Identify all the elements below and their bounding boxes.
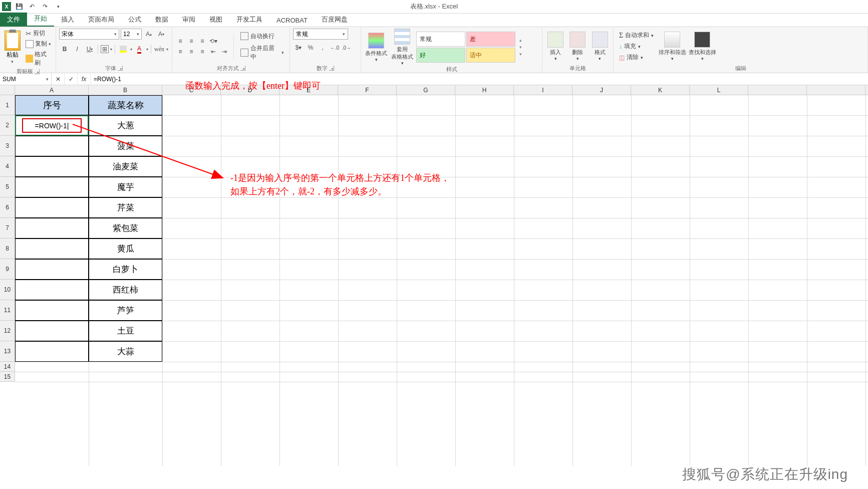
row-header[interactable]: 5 [0, 177, 15, 197]
fx-button[interactable]: fx [78, 73, 91, 85]
find-select-button[interactable]: 查找和选择▾ [688, 32, 716, 61]
decrease-decimal-button[interactable]: .0→ [341, 42, 352, 53]
font-size-select[interactable]: 12▾ [121, 29, 142, 40]
cell[interactable]: 土豆 [89, 321, 162, 341]
font-name-select[interactable]: 宋体▾ [59, 29, 119, 40]
underline-button[interactable]: U▾ [84, 44, 95, 55]
number-format-select[interactable]: 常规▾ [293, 29, 348, 40]
cell[interactable] [15, 136, 89, 156]
chevron-down-icon[interactable]: ▾ [166, 47, 168, 52]
chevron-down-icon[interactable]: ▾ [146, 47, 148, 52]
col-header[interactable]: L [690, 85, 748, 95]
col-header[interactable]: F [338, 85, 397, 95]
name-box[interactable]: SUM▾ [0, 73, 52, 85]
file-tab[interactable]: 文件 [0, 13, 27, 27]
cell[interactable] [15, 300, 89, 321]
bold-button[interactable]: B [59, 44, 70, 55]
cell[interactable]: 黄瓜 [89, 238, 162, 259]
cell[interactable]: 序号 [15, 95, 89, 115]
row-header[interactable]: 6 [0, 197, 15, 218]
cell[interactable] [15, 321, 89, 341]
qat-customize-icon[interactable]: ▾ [53, 2, 63, 12]
format-painter-button[interactable]: 格式刷 [24, 50, 53, 68]
autosum-button[interactable]: Σ自动求和▾ [617, 30, 656, 41]
ribbon-tab-5[interactable]: 审阅 [175, 13, 202, 27]
fill-color-button[interactable] [118, 44, 129, 55]
ribbon-tab-8[interactable]: ACROBAT [269, 14, 315, 27]
row-header[interactable]: 10 [0, 280, 15, 300]
align-top-button[interactable]: ≡ [175, 37, 185, 46]
gallery-up-icon[interactable]: ▴ [518, 37, 523, 44]
cell[interactable] [15, 218, 89, 238]
ribbon-tab-0[interactable]: 开始 [27, 12, 54, 27]
row-header[interactable]: 7 [0, 218, 15, 238]
col-header[interactable]: K [631, 85, 690, 95]
col-header[interactable]: B [89, 85, 162, 95]
cell[interactable]: 大蒜 [89, 341, 162, 362]
align-bottom-button[interactable]: ≡ [197, 37, 207, 46]
chevron-down-icon[interactable]: ▾ [110, 47, 112, 52]
cell[interactable]: 菠菜 [89, 136, 162, 156]
cancel-formula-button[interactable]: ✕ [52, 73, 65, 85]
format-as-table-button[interactable]: 套用 表格格式▾ [390, 29, 414, 66]
style-neutral[interactable]: 适中 [466, 48, 515, 63]
row-header[interactable]: 3 [0, 136, 15, 156]
cell[interactable] [15, 259, 89, 280]
row-header[interactable]: 9 [0, 259, 15, 280]
cell[interactable] [15, 238, 89, 259]
cell[interactable] [15, 197, 89, 218]
number-launcher[interactable] [329, 66, 334, 71]
redo-icon[interactable]: ↷ [40, 2, 50, 12]
style-bad[interactable]: 差 [466, 32, 515, 47]
align-left-button[interactable]: ≡ [175, 47, 185, 56]
cell[interactable] [15, 341, 89, 362]
italic-button[interactable]: I [72, 44, 83, 55]
format-cells-button[interactable]: 格式▾ [590, 32, 610, 61]
phonetic-button[interactable]: wén [154, 44, 165, 55]
cell[interactable]: 白萝卜 [89, 259, 162, 280]
decrease-indent-button[interactable]: ⇤ [208, 47, 218, 56]
font-launcher[interactable] [118, 66, 123, 71]
clear-button[interactable]: ◫清除▾ [617, 52, 656, 63]
col-header[interactable] [865, 85, 868, 95]
row-header[interactable]: 8 [0, 238, 15, 259]
sort-filter-button[interactable]: 排序和筛选▾ [658, 32, 686, 61]
cell[interactable] [15, 280, 89, 300]
spreadsheet-grid[interactable]: ABCDEFGHIJKL 123456789101112131415 序号蔬菜名… [0, 85, 868, 466]
align-center-button[interactable]: ≡ [186, 47, 196, 56]
cell[interactable] [15, 156, 89, 177]
copy-button[interactable]: 复制▾ [24, 39, 53, 49]
cell[interactable] [15, 177, 89, 197]
cut-button[interactable]: ✂剪切 [24, 29, 53, 38]
ribbon-tab-9[interactable]: 百度网盘 [315, 13, 355, 27]
col-header[interactable] [807, 85, 865, 95]
chevron-down-icon[interactable]: ▾ [130, 47, 132, 52]
save-icon[interactable]: 💾 [14, 2, 24, 12]
delete-cells-button[interactable]: 删除▾ [567, 32, 588, 61]
cell-styles-gallery[interactable]: 常规 差 好 适中 [416, 32, 515, 63]
font-color-button[interactable]: A [134, 44, 145, 55]
ribbon-tab-6[interactable]: 视图 [202, 13, 229, 27]
select-all-corner[interactable] [0, 85, 15, 95]
row-header[interactable]: 11 [0, 300, 15, 321]
cell[interactable]: 紫包菜 [89, 218, 162, 238]
cell[interactable]: 芦笋 [89, 300, 162, 321]
borders-button[interactable]: ⊞ [101, 45, 109, 53]
decrease-font-button[interactable]: A▾ [156, 29, 167, 40]
fill-button[interactable]: ↓填充▾ [617, 41, 656, 52]
col-header[interactable]: G [397, 85, 455, 95]
ribbon-tab-3[interactable]: 公式 [121, 13, 148, 27]
conditional-format-button[interactable]: 条件格式▾ [364, 33, 388, 62]
ribbon-tab-1[interactable]: 插入 [54, 13, 81, 27]
alignment-launcher[interactable] [240, 66, 245, 71]
cell[interactable]: 西红柿 [89, 280, 162, 300]
ribbon-tab-7[interactable]: 开发工具 [229, 13, 269, 27]
enter-formula-button[interactable]: ✓ [65, 73, 78, 85]
row-header[interactable]: 2 [0, 115, 15, 136]
cell[interactable]: 蔬菜名称 [89, 95, 162, 115]
increase-decimal-button[interactable]: ←.0 [329, 42, 340, 53]
col-header[interactable]: I [514, 85, 572, 95]
col-header[interactable]: H [455, 85, 514, 95]
increase-font-button[interactable]: A▴ [143, 29, 154, 40]
col-header[interactable]: A [15, 85, 89, 95]
